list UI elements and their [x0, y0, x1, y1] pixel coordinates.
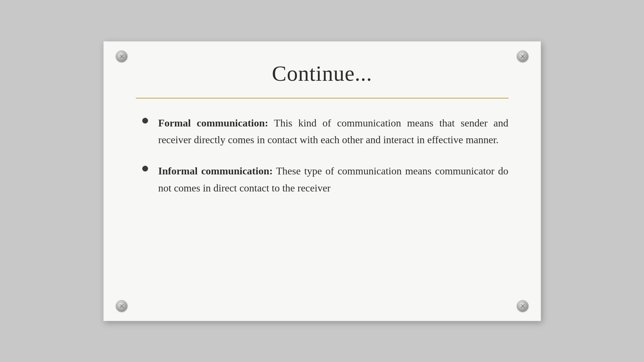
screw-bottom-left — [116, 300, 127, 312]
slide-title: Continue... — [136, 61, 509, 86]
content-area: Formal communication: This kind of commu… — [136, 115, 509, 302]
screw-top-right — [517, 51, 528, 62]
screw-bottom-right — [517, 300, 528, 312]
slide: Continue... Formal communication: This k… — [103, 41, 541, 321]
divider — [136, 98, 509, 98]
bullet-item-formal: Formal communication: This kind of commu… — [142, 115, 509, 149]
bullet-dot-formal — [142, 118, 148, 124]
bullet-term-formal: Formal communication: — [158, 117, 268, 129]
bullet-text-formal: Formal communication: This kind of commu… — [158, 115, 509, 149]
bullet-item-informal: Informal communication: These type of co… — [142, 162, 509, 197]
bullet-term-informal: Informal communication: — [158, 165, 273, 177]
bullet-text-informal: Informal communication: These type of co… — [158, 162, 509, 197]
screw-top-left — [116, 51, 127, 62]
bullet-dot-informal — [142, 166, 148, 172]
